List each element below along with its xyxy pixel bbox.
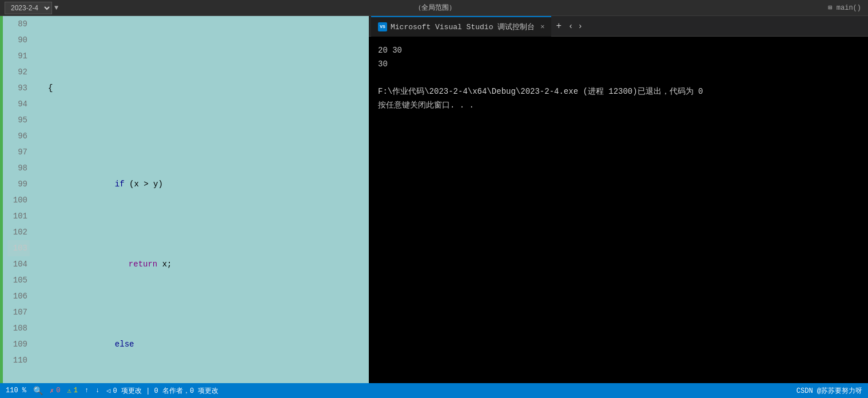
top-bar: 2023-2-4 ▼ （全局范围） ⊞ main() bbox=[0, 0, 868, 16]
ln-105: 105 bbox=[7, 272, 30, 288]
vs-icon: VS bbox=[378, 22, 387, 31]
warning-count: ⚠ 1 bbox=[67, 387, 77, 395]
ln-97: 97 bbox=[7, 144, 30, 160]
tab-nav-prev[interactable]: ‹ bbox=[566, 22, 575, 31]
func-selector[interactable]: ⊞ main() bbox=[828, 3, 861, 12]
ln-108: 108 bbox=[7, 320, 30, 336]
ln-92: 92 bbox=[7, 64, 30, 80]
ln-110: 110 bbox=[7, 352, 30, 368]
debug-tab-console[interactable]: VS Microsoft Visual Studio 调试控制台 ✕ bbox=[371, 16, 551, 37]
file-selector[interactable]: 2023-2-4 bbox=[5, 2, 52, 14]
ln-106: 106 bbox=[7, 288, 30, 304]
code-line-90: if (x > y) bbox=[39, 160, 364, 176]
scope-label: （全局范围） bbox=[409, 3, 461, 13]
ln-102: 102 bbox=[7, 224, 30, 240]
ln-90: 90 bbox=[7, 32, 30, 48]
nav-up[interactable]: ↑ bbox=[85, 387, 89, 395]
new-tab-button[interactable]: + bbox=[551, 21, 566, 31]
code-line-89: { bbox=[39, 80, 364, 96]
tab-close-button[interactable]: ✕ bbox=[540, 22, 544, 31]
nav-down[interactable]: ↓ bbox=[95, 387, 99, 395]
warning-icon: ⚠ bbox=[67, 387, 71, 395]
tab-nav-next[interactable]: › bbox=[575, 22, 584, 31]
ln-91: 91 bbox=[7, 48, 30, 64]
ln-103: 103 bbox=[7, 240, 30, 256]
error-count: ✗ 0 bbox=[50, 387, 60, 395]
code-content[interactable]: { if (x > y) return x; el bbox=[34, 16, 369, 383]
output-line-5: 按任意键关闭此窗口. . . bbox=[378, 98, 859, 112]
ln-104: 104 bbox=[7, 256, 30, 272]
ln-98: 98 bbox=[7, 160, 30, 176]
main-content: 89 90 91 92 93 94 95 96 97 98 99 100 101… bbox=[0, 16, 868, 383]
code-line-92: else bbox=[39, 320, 364, 336]
ln-93: 93 bbox=[7, 80, 30, 96]
debug-tab-label: Microsoft Visual Studio 调试控制台 bbox=[391, 22, 535, 32]
pending-icon: ◁ bbox=[106, 387, 110, 395]
top-bar-right-area: ⊞ main() bbox=[461, 3, 868, 12]
ln-100: 100 bbox=[7, 192, 30, 208]
code-area: 89 90 91 92 93 94 95 96 97 98 99 100 101… bbox=[0, 16, 369, 383]
output-line-2: 30 bbox=[378, 57, 859, 71]
debug-panel: VS Microsoft Visual Studio 调试控制台 ✕ + ‹ ›… bbox=[369, 16, 868, 383]
output-line-3 bbox=[378, 71, 859, 85]
zoom-icon: 🔍 bbox=[33, 386, 43, 396]
dropdown-arrow-icon: ▼ bbox=[54, 4, 58, 12]
output-line-1: 20 30 bbox=[378, 43, 859, 57]
ln-94: 94 bbox=[7, 96, 30, 112]
code-line-91: return x; bbox=[39, 240, 364, 256]
code-editor-panel[interactable]: 89 90 91 92 93 94 95 96 97 98 99 100 101… bbox=[0, 16, 369, 383]
ln-101: 101 bbox=[7, 208, 30, 224]
debug-output: 20 30 30 F:\作业代码\2023-2-4\x64\Debug\2023… bbox=[369, 37, 868, 383]
debug-tab-bar: VS Microsoft Visual Studio 调试控制台 ✕ + ‹ › bbox=[369, 16, 868, 37]
zoom-level[interactable]: 110 % bbox=[6, 387, 26, 395]
ln-96: 96 bbox=[7, 128, 30, 144]
ln-99: 99 bbox=[7, 176, 30, 192]
ln-89: 89 bbox=[7, 16, 30, 32]
top-bar-left: 2023-2-4 ▼ bbox=[0, 2, 409, 14]
changes-info: ◁ 0 项更改 | 0 名作者，0 项更改 bbox=[106, 386, 218, 396]
ln-107: 107 bbox=[7, 304, 30, 320]
line-numbers: 89 90 91 92 93 94 95 96 97 98 99 100 101… bbox=[3, 16, 34, 383]
ln-109: 109 bbox=[7, 336, 30, 352]
output-line-4: F:\作业代码\2023-2-4\x64\Debug\2023-2-4.exe … bbox=[378, 85, 859, 98]
status-bar: 110 % 🔍 ✗ 0 ⚠ 1 ↑ ↓ ◁ 0 项更改 | 0 名作者，0 项更… bbox=[0, 383, 868, 398]
watermark: CSDN @苏苏要努力呀 bbox=[797, 386, 862, 396]
error-icon: ✗ bbox=[50, 387, 54, 395]
ln-95: 95 bbox=[7, 112, 30, 128]
